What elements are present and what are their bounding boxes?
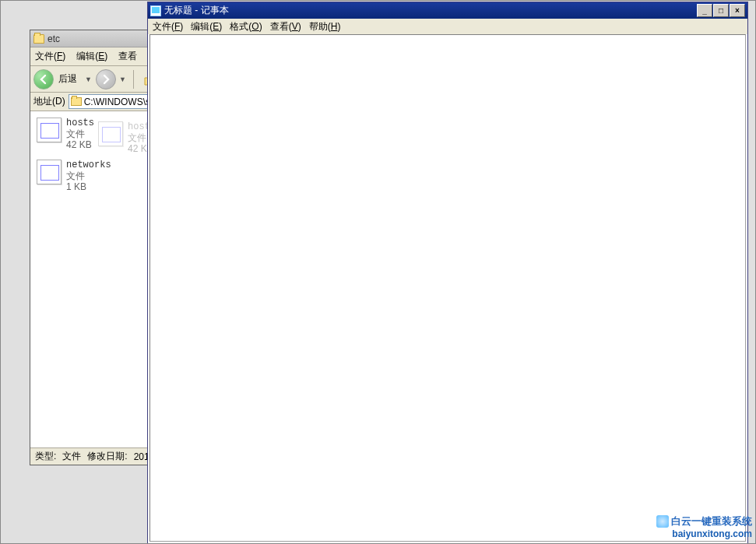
notepad-title-text: 无标题 - 记事本	[164, 4, 229, 17]
file-meta: hosts 文件 42 KB	[66, 118, 94, 150]
notepad-icon	[150, 5, 161, 16]
file-name: networks	[66, 160, 111, 170]
notepad-titlebar[interactable]: 无标题 - 记事本 _ □ ×	[148, 2, 747, 19]
status-type-label: 类型:	[35, 450, 56, 463]
file-icon	[37, 118, 62, 142]
window-controls: _ □ ×	[697, 4, 745, 17]
notepad-textarea[interactable]	[149, 34, 746, 542]
status-type-value: 文件	[62, 450, 81, 463]
minimize-button[interactable]: _	[697, 4, 712, 17]
status-mod-label: 修改日期:	[87, 450, 127, 463]
folder-icon	[71, 97, 82, 106]
watermark-icon	[656, 515, 669, 528]
forward-dropdown[interactable]: ▼	[119, 75, 127, 83]
back-dropdown[interactable]: ▼	[85, 75, 93, 83]
watermark-text: 白云一键重装系统	[671, 515, 752, 528]
menu-edit[interactable]: 编辑(E)	[76, 50, 107, 63]
menu-view[interactable]: 查看	[118, 50, 137, 63]
notepad-menubar: 文件(F) 编辑(E) 格式(O) 查看(V) 帮助(H)	[148, 19, 747, 34]
file-icon	[37, 160, 62, 184]
close-button[interactable]: ×	[730, 4, 745, 17]
back-label: 后退	[58, 72, 77, 86]
watermark: 白云一键重装系统 baiyunxitong.com	[656, 515, 752, 540]
menu-file[interactable]: 文件(F)	[35, 50, 65, 63]
file-size: 42 KB	[66, 139, 94, 150]
explorer-title-text: etc	[47, 33, 60, 44]
file-name: hosts	[66, 118, 94, 128]
forward-button[interactable]	[96, 69, 116, 89]
np-menu-file[interactable]: 文件(F)	[153, 20, 183, 33]
file-size: 1 KB	[66, 181, 111, 192]
np-menu-format[interactable]: 格式(O)	[230, 20, 262, 33]
toolbar-separator	[133, 70, 134, 89]
notepad-window: 无标题 - 记事本 _ □ × 文件(F) 编辑(E) 格式(O) 查看(V) …	[147, 2, 748, 544]
back-button[interactable]	[33, 69, 54, 89]
file-type: 文件	[66, 170, 111, 181]
np-menu-help[interactable]: 帮助(H)	[309, 20, 341, 33]
file-type: 文件	[66, 128, 94, 139]
file-meta: networks 文件 1 KB	[66, 160, 111, 192]
np-menu-edit[interactable]: 编辑(E)	[191, 20, 222, 33]
watermark-url: baiyunxitong.com	[672, 528, 752, 540]
np-menu-view[interactable]: 查看(V)	[270, 20, 301, 33]
address-label: 地址(D)	[33, 95, 65, 108]
maximize-button[interactable]: □	[713, 4, 729, 17]
folder-icon	[33, 34, 44, 44]
